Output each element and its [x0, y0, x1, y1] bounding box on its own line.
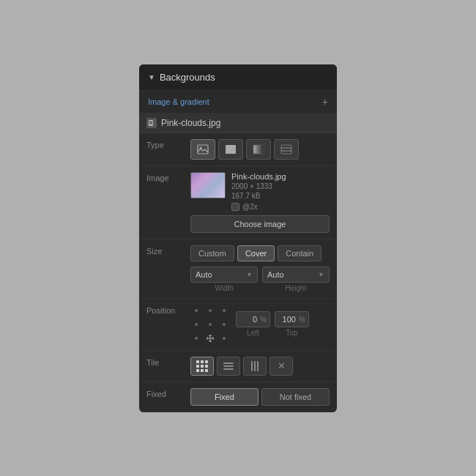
- type-row: Type: [139, 133, 337, 166]
- fixed-label: Fixed: [146, 388, 185, 398]
- svg-rect-5: [226, 145, 236, 154]
- top-input-group: % Top: [275, 311, 309, 337]
- collapse-icon[interactable]: ▼: [148, 73, 155, 81]
- tile-btn-all[interactable]: [190, 357, 214, 376]
- tile-btn-none[interactable]: ✕: [269, 357, 293, 376]
- panel-title: Backgrounds: [160, 72, 215, 83]
- position-row: Position: [139, 299, 337, 351]
- choose-image-button[interactable]: Choose image: [190, 215, 330, 233]
- pos-dot-ml[interactable]: [190, 319, 202, 330]
- width-dropdown[interactable]: Auto ▼: [190, 267, 258, 283]
- size-label: Size: [146, 245, 185, 256]
- size-content: Custom Cover Contain Auto ▼ Width Auto ▼: [190, 245, 330, 292]
- width-sublabel: Width: [190, 284, 258, 292]
- type-btn-pattern[interactable]: [274, 139, 299, 160]
- type-label: Type: [146, 139, 185, 149]
- retina-checkbox[interactable]: [231, 203, 239, 211]
- pos-dot-tr[interactable]: [218, 305, 230, 316]
- image-filename: Pink-clouds.jpg: [231, 172, 286, 181]
- size-row: Size Custom Cover Contain Auto ▼ Width A…: [139, 239, 337, 299]
- file-row[interactable]: Pink-clouds.jpg: [139, 114, 337, 133]
- file-name: Pink-clouds.jpg: [161, 118, 220, 128]
- backgrounds-panel: ▼ Backgrounds Image & gradient + Pink-cl…: [139, 64, 337, 412]
- image-content: Pink-clouds.jpg 2000 × 1333 167.7 kB @2x…: [190, 172, 330, 233]
- tile-row: Tile: [139, 351, 337, 382]
- left-input[interactable]: [237, 312, 260, 327]
- type-btn-image[interactable]: [190, 139, 215, 160]
- height-select: Auto ▼ Height: [262, 267, 330, 292]
- height-dropdown[interactable]: Auto ▼: [262, 267, 330, 283]
- height-sublabel: Height: [262, 284, 330, 292]
- pos-move-icon[interactable]: [204, 332, 216, 344]
- section-row: Image & gradient +: [139, 91, 337, 114]
- retina-row: @2x: [231, 203, 286, 211]
- section-label: Image & gradient: [148, 97, 209, 106]
- tile-none-icon: ✕: [278, 360, 286, 371]
- pos-dot-mr[interactable]: [218, 319, 230, 330]
- image-thumbnail[interactable]: [190, 172, 226, 198]
- pos-dot-br[interactable]: [218, 332, 230, 344]
- size-btn-custom[interactable]: Custom: [190, 245, 234, 261]
- top-input-row: %: [275, 311, 309, 327]
- svg-rect-2: [149, 123, 152, 124]
- size-btn-contain[interactable]: Contain: [278, 245, 321, 261]
- size-btn-cover[interactable]: Cover: [237, 245, 275, 261]
- position-grid: [190, 305, 230, 344]
- image-dimensions: 2000 × 1333: [231, 182, 286, 190]
- fixed-btn-fixed[interactable]: Fixed: [190, 388, 259, 406]
- image-meta: Pink-clouds.jpg 2000 × 1333 167.7 kB @2x: [231, 172, 286, 211]
- left-unit: %: [260, 316, 269, 324]
- fixed-content: Fixed Not fixed: [190, 388, 330, 406]
- pos-dot-bl[interactable]: [190, 332, 202, 344]
- position-content: % Left % Top: [190, 305, 330, 344]
- top-unit: %: [299, 316, 308, 324]
- left-input-group: % Left: [236, 311, 270, 337]
- panel-header: ▼ Backgrounds: [139, 64, 337, 91]
- fixed-row: Fixed Fixed Not fixed: [139, 382, 337, 412]
- width-select: Auto ▼ Width: [190, 267, 258, 292]
- fixed-btn-not-fixed[interactable]: Not fixed: [261, 388, 330, 406]
- tile-btn-horizontal[interactable]: [217, 357, 240, 376]
- top-input[interactable]: [275, 312, 299, 327]
- type-btn-gradient[interactable]: [246, 139, 271, 160]
- svg-rect-6: [253, 145, 264, 154]
- tile-label: Tile: [146, 357, 185, 367]
- tile-btn-vertical[interactable]: [243, 357, 267, 376]
- image-filesize: 167.7 kB: [231, 192, 286, 200]
- tile-content: ✕: [190, 357, 330, 376]
- position-inputs: % Left % Top: [236, 311, 309, 337]
- tile-all-icon: [196, 360, 208, 372]
- type-btn-solid[interactable]: [218, 139, 243, 160]
- file-icon: [146, 118, 157, 128]
- type-buttons-group: [190, 139, 330, 160]
- position-label: Position: [146, 305, 185, 315]
- retina-label: @2x: [242, 203, 258, 211]
- pos-dot-mc[interactable]: [204, 319, 216, 330]
- tile-vertical-icon: [251, 361, 259, 371]
- svg-rect-1: [149, 122, 152, 122]
- width-arrow-icon: ▼: [246, 271, 253, 278]
- add-section-button[interactable]: +: [322, 96, 328, 108]
- image-row: Image Pink-clouds.jpg 2000 × 1333 167.7 …: [139, 166, 337, 239]
- height-arrow-icon: ▼: [318, 271, 324, 278]
- pos-dot-tc[interactable]: [204, 305, 216, 316]
- pos-dot-tl[interactable]: [190, 305, 202, 316]
- image-label: Image: [146, 172, 185, 182]
- left-input-row: %: [236, 311, 270, 327]
- top-sublabel: Top: [275, 329, 309, 337]
- svg-rect-7: [281, 145, 291, 154]
- svg-rect-3: [198, 145, 208, 154]
- tile-horizontal-icon: [223, 362, 234, 370]
- left-sublabel: Left: [236, 329, 270, 337]
